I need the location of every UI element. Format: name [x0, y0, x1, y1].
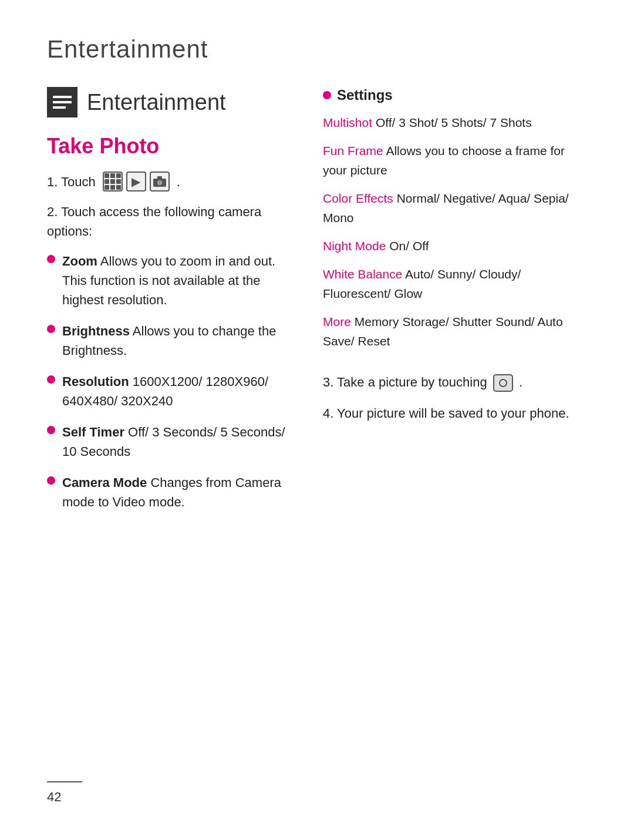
settings-list: Multishot Off/ 3 Shot/ 5 Shots/ 7 Shots …	[323, 113, 587, 351]
page-footer: 42	[47, 781, 82, 805]
step-2-text: 2. Touch access the following camera opt…	[47, 204, 261, 238]
nightmode-text: On/ Off	[389, 239, 429, 253]
list-item: Zoom Allows you to zoom in and out. This…	[47, 251, 299, 310]
photo-thumbnail-icon: ▶	[126, 172, 146, 191]
left-column: Entertainment Take Photo 1. Touch	[47, 87, 299, 523]
bullet-text-resolution: Resolution 1600X1200/ 1280X960/ 640X480/…	[62, 372, 299, 411]
list-item: Self Timer Off/ 3 Seconds/ 5 Seconds/ 10…	[47, 422, 299, 461]
pink-term-multishot: Multishot	[323, 116, 372, 129]
gc	[104, 185, 109, 190]
camera-svg	[153, 176, 166, 187]
page-title: Entertainment	[47, 35, 587, 63]
content-wrapper: Entertainment Take Photo 1. Touch	[47, 87, 587, 523]
pink-term-coloreffects: Color Effects	[323, 191, 393, 205]
page: Entertainment Entertainment Take Photo	[0, 0, 634, 840]
bullet-dot	[47, 325, 55, 333]
multishot-text: Off/ 3 Shot/ 5 Shots/ 7 Shots	[376, 116, 532, 129]
grid-icon-inner	[104, 173, 121, 190]
gc	[116, 179, 121, 184]
gc	[104, 173, 109, 178]
pink-term-funframe: Fun Frame	[323, 144, 383, 157]
list-item: Brightness Allows you to change the Brig…	[47, 321, 299, 360]
settings-item-more: More Memory Storage/ Shutter Sound/ Auto…	[323, 312, 587, 351]
gc	[110, 179, 115, 184]
right-column: Settings Multishot Off/ 3 Shot/ 5 Shots/…	[323, 87, 587, 523]
take-photo-title: Take Photo	[47, 134, 299, 159]
pink-term-more: More	[323, 315, 351, 328]
gc	[110, 173, 115, 178]
menu-icon	[47, 87, 77, 117]
step-1: 1. Touch	[47, 172, 299, 191]
svg-rect-3	[157, 176, 162, 179]
step-1-prefix: 1. Touch	[47, 172, 96, 191]
bullet-text-zoom: Zoom Allows you to zoom in and out. This…	[62, 251, 299, 310]
bullet-dot	[47, 476, 55, 485]
step-3-text: 3. Take a picture by touching	[323, 375, 487, 389]
bullet-text-selftimer: Self Timer Off/ 3 Seconds/ 5 Seconds/ 10…	[62, 422, 299, 461]
settings-item-whitebalance: White Balance Auto/ Sunny/ Cloudy/ Fluor…	[323, 264, 587, 304]
term-zoom: Zoom	[62, 254, 97, 268]
more-text: Memory Storage/ Shutter Sound/ Auto Save…	[323, 315, 563, 348]
settings-label: Settings	[337, 87, 393, 103]
pink-term-nightmode: Night Mode	[323, 239, 386, 253]
settings-item-funframe: Fun Frame Allows you to choose a frame f…	[323, 141, 587, 180]
shutter-circle	[499, 379, 507, 387]
section-header: Entertainment	[47, 87, 299, 117]
bullet-dot	[47, 426, 55, 434]
settings-header: Settings	[323, 87, 587, 103]
shutter-button-icon	[493, 374, 513, 392]
bullet-dot	[47, 375, 55, 384]
pink-term-whitebalance: White Balance	[323, 267, 402, 281]
step-3: 3. Take a picture by touching .	[323, 372, 587, 392]
term-resolution: Resolution	[62, 374, 129, 389]
settings-item-coloreffects: Color Effects Normal/ Negative/ Aqua/ Se…	[323, 189, 587, 228]
gc	[116, 173, 121, 178]
settings-bullet-dot	[323, 91, 331, 99]
bullet-dot	[47, 255, 55, 263]
gc	[116, 185, 121, 190]
step-3-suffix: .	[519, 375, 522, 389]
list-item: Resolution 1600X1200/ 1280X960/ 640X480/…	[47, 372, 299, 411]
settings-item-nightmode: Night Mode On/ Off	[323, 236, 587, 256]
icon-line-3	[53, 106, 66, 109]
grid-apps-icon	[103, 172, 123, 191]
svg-point-2	[158, 182, 161, 184]
gc	[110, 185, 115, 190]
icon-line-2	[53, 101, 72, 103]
camera-small-icon	[150, 172, 170, 191]
list-item: Camera Mode Changes from Camera mode to …	[47, 473, 299, 512]
term-selftimer: Self Timer	[62, 425, 124, 439]
step-1-content: 1. Touch	[47, 172, 299, 191]
gc	[104, 179, 109, 184]
section-header-text: Entertainment	[87, 90, 226, 115]
bullet-list: Zoom Allows you to zoom in and out. This…	[47, 251, 299, 512]
touch-icons: ▶	[103, 172, 170, 191]
page-number: 42	[47, 789, 61, 804]
step-4-text: 4. Your picture will be saved to your ph…	[323, 406, 569, 421]
icon-lines	[53, 96, 72, 109]
bullet-text-cameramode: Camera Mode Changes from Camera mode to …	[62, 473, 299, 512]
step-4: 4. Your picture will be saved to your ph…	[323, 404, 587, 423]
term-cameramode: Camera Mode	[62, 475, 147, 490]
term-brightness: Brightness	[62, 324, 130, 338]
settings-item-multishot: Multishot Off/ 3 Shot/ 5 Shots/ 7 Shots	[323, 113, 587, 133]
footer-divider	[47, 781, 82, 782]
step-1-suffix: .	[177, 172, 180, 191]
bullet-text-brightness: Brightness Allows you to change the Brig…	[62, 321, 299, 360]
step-2: 2. Touch access the following camera opt…	[47, 202, 299, 241]
icon-line-1	[53, 96, 72, 98]
